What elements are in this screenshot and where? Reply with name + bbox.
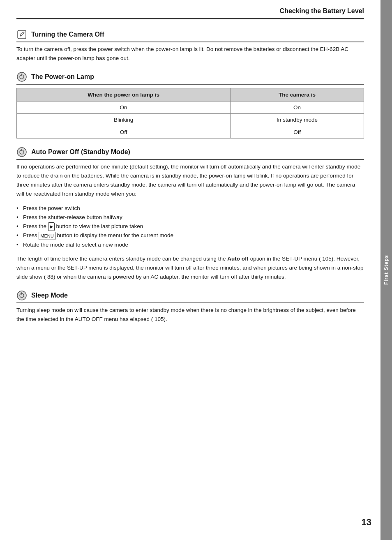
auto-power-body1: If no operations are performed for one m… (16, 162, 364, 199)
page-number: 13 (362, 517, 371, 528)
play-button-icon: ▶ (48, 222, 55, 231)
section-title-power-lamp: The Power-on Lamp (31, 73, 94, 81)
page-header-title: Checking the Battery Level (280, 7, 364, 15)
camera-state-cell: On (231, 101, 364, 113)
table-col2-header: The camera is (231, 88, 364, 101)
sleep-mode-icon (16, 290, 27, 301)
lamp-table: When the power on lamp is The camera is … (16, 88, 364, 138)
sidebar-tab-label: First Steps (383, 255, 389, 285)
auto-power-body2: The length of time before the camera ent… (16, 254, 364, 282)
auto-power-body2-prefix: The length of time before the camera ent… (16, 256, 227, 262)
section-title-turning-off: Turning the Camera Off (31, 31, 104, 38)
lamp-state-cell: Blinking (17, 113, 231, 126)
table-row: OffOff (17, 126, 364, 138)
svg-rect-0 (18, 30, 26, 39)
section-header-auto-power: Auto Power Off (Standby Mode) (16, 147, 364, 160)
bullet-item: Press MENU button to display the menu fo… (16, 231, 364, 240)
camera-state-cell: Off (231, 126, 364, 138)
bullet-item: Press the power switch (16, 204, 364, 213)
table-col1-header: When the power on lamp is (17, 88, 231, 101)
power-lamp-icon (16, 72, 27, 82)
page-header: Checking the Battery Level (16, 0, 364, 19)
auto-power-bullets: Press the power switchPress the shutter-… (16, 204, 364, 249)
lamp-state-cell: Off (17, 126, 231, 138)
section-sleep-mode: Sleep Mode Turning sleep mode on will ca… (16, 290, 364, 324)
auto-power-icon (16, 147, 27, 157)
sleep-mode-body: Turning sleep mode on will cause the cam… (16, 306, 364, 324)
pencil-icon (16, 29, 27, 40)
section-title-auto-power: Auto Power Off (Standby Mode) (31, 148, 130, 156)
bullet-item: Rotate the mode dial to select a new mod… (16, 240, 364, 249)
camera-state-cell: In standby mode (231, 113, 364, 126)
section-auto-power: Auto Power Off (Standby Mode) If no oper… (16, 147, 364, 282)
bullet-item: Press the shutter-release button halfway (16, 213, 364, 222)
table-row: BlinkingIn standby mode (17, 113, 364, 126)
auto-power-body2-bold: Auto off (227, 256, 249, 262)
lamp-state-cell: On (17, 101, 231, 113)
section-title-sleep-mode: Sleep Mode (31, 292, 68, 299)
section-turning-off: Turning the Camera Off To turn the camer… (16, 29, 364, 63)
sidebar-tab: First Steps (380, 0, 392, 540)
bullet-item: Press the ▶ button to view the last pict… (16, 222, 364, 231)
section-header-power-lamp: The Power-on Lamp (16, 72, 364, 85)
section-power-lamp: The Power-on Lamp When the power on lamp… (16, 72, 364, 138)
menu-button-icon: MENU (39, 232, 55, 240)
table-row: OnOn (17, 101, 364, 113)
turning-off-body: To turn the camera off, press the power … (16, 45, 364, 63)
section-header-sleep-mode: Sleep Mode (16, 290, 364, 303)
section-header-turning-off: Turning the Camera Off (16, 29, 364, 42)
